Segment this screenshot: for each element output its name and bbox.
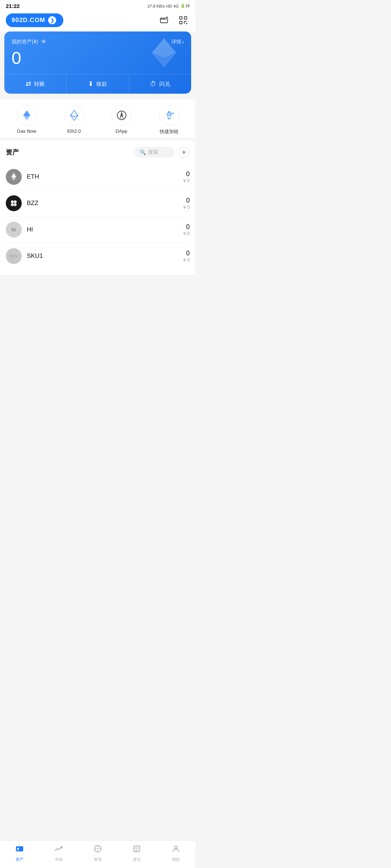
- swap-button[interactable]: ⏱ 闪兑: [129, 74, 191, 94]
- eth-name: ETH: [27, 173, 183, 180]
- svg-point-27: [14, 200, 17, 203]
- addchain-label: 快捷加链: [160, 128, 178, 135]
- hi-icon: hi: [6, 222, 22, 238]
- quick-item-dapp[interactable]: DApp: [112, 105, 132, 135]
- dapp-icon-circle: [112, 105, 132, 125]
- eth-amount: 0: [183, 170, 190, 178]
- wallet-add-icon[interactable]: [158, 14, 171, 27]
- receive-icon: ⬇: [88, 80, 93, 88]
- svg-point-29: [14, 203, 17, 206]
- hi-name: HI: [27, 226, 183, 233]
- assets-title: 资产: [6, 148, 19, 157]
- eth-watermark: [148, 37, 180, 71]
- sku1-icon: SKU: [6, 248, 22, 264]
- add-asset-button[interactable]: +: [178, 146, 190, 158]
- signal-indicator: 4G: [173, 4, 179, 8]
- swap-icon: ⏱: [150, 80, 156, 88]
- quick-item-gasnow[interactable]: Gas Now: [17, 105, 37, 135]
- eth-balance: 0 ¥ 0: [183, 170, 190, 183]
- gasnow-label: Gas Now: [17, 128, 36, 134]
- eth2-label: Eth2.0: [67, 128, 81, 134]
- top-nav: 902D.COM ❯: [0, 10, 196, 31]
- svg-text:EVM: EVM: [168, 112, 174, 115]
- addchain-icon-circle: EVM: [159, 105, 179, 125]
- add-icon: +: [182, 148, 186, 157]
- action-buttons: ⇄ 转账 ⬇ 收款 ⏱ 闪兑: [4, 74, 191, 94]
- hd-indicator: HD: [166, 4, 172, 8]
- receive-label: 收款: [96, 81, 107, 88]
- asset-item-hi[interactable]: hi HI 0 ¥ 0: [6, 217, 190, 243]
- transfer-icon: ⇄: [26, 80, 31, 88]
- svg-point-26: [11, 200, 14, 203]
- search-icon: 🔍: [140, 149, 146, 155]
- battery-indicator: 🔋18: [180, 4, 190, 8]
- svg-point-20: [121, 115, 122, 116]
- transfer-button[interactable]: ⇄ 转账: [4, 74, 67, 94]
- swap-label: 闪兑: [159, 81, 170, 88]
- bzz-cny: ¥ 0: [183, 204, 190, 210]
- assets-section: 资产 🔍 搜索 + ETH 0 ¥ 0: [0, 141, 196, 275]
- eth-icon: [6, 169, 22, 185]
- brand-name: 902D.COM: [12, 17, 45, 24]
- sku1-name: SKU1: [27, 252, 183, 260]
- scan-icon[interactable]: [177, 14, 190, 27]
- asset-card: 我的资产(¥) 👁 详情 › 0 ⇄ 转账 ⬇ 收款 ⏱ 闪兑: [4, 31, 191, 94]
- receive-button[interactable]: ⬇ 收款: [67, 74, 129, 94]
- svg-rect-6: [180, 21, 182, 24]
- status-bar: 21:22 27.8 KB/s HD 4G 🔋18: [0, 0, 196, 10]
- brand-button[interactable]: 902D.COM ❯: [6, 13, 63, 27]
- svg-rect-5: [184, 17, 187, 19]
- gasnow-icon-circle: [17, 105, 37, 125]
- eye-icon[interactable]: 👁: [41, 39, 47, 45]
- svg-marker-24: [11, 173, 16, 178]
- svg-rect-4: [180, 17, 182, 19]
- sku1-balance: 0 ¥ 0: [183, 250, 190, 263]
- asset-label-text: 我的资产(¥): [12, 39, 38, 45]
- sku1-amount: 0: [183, 250, 190, 257]
- bzz-icon: [6, 195, 22, 211]
- status-time: 21:22: [6, 3, 20, 9]
- assets-search-area: 🔍 搜索 +: [135, 146, 190, 158]
- hi-cny: ¥ 0: [183, 231, 190, 236]
- eth2-icon-circle: [64, 105, 84, 125]
- brand-arrow-icon: ❯: [48, 16, 56, 24]
- status-icons: 27.8 KB/s HD 4G 🔋18: [147, 4, 190, 8]
- quick-item-addchain[interactable]: EVM 快捷加链: [159, 105, 179, 135]
- asset-label: 我的资产(¥) 👁: [12, 39, 47, 45]
- search-placeholder: 搜索: [148, 149, 158, 156]
- asset-item-sku1[interactable]: SKU SKU1 0 ¥ 0: [6, 243, 190, 269]
- dapp-label: DApp: [115, 128, 127, 134]
- asset-item-bzz[interactable]: BZZ 0 ¥ 0: [6, 190, 190, 217]
- sku1-cny: ¥ 0: [183, 257, 190, 263]
- assets-header: 资产 🔍 搜索 +: [6, 146, 190, 158]
- asset-item-eth[interactable]: ETH 0 ¥ 0: [6, 164, 190, 190]
- nav-icons: [158, 14, 190, 27]
- eth-cny: ¥ 0: [183, 178, 190, 183]
- bzz-amount: 0: [183, 197, 190, 204]
- search-box[interactable]: 🔍 搜索: [135, 147, 175, 158]
- transfer-label: 转账: [34, 81, 45, 88]
- bzz-balance: 0 ¥ 0: [183, 197, 190, 210]
- quick-menu: Gas Now Eth2.0 DApp EVM: [0, 99, 196, 138]
- svg-marker-16: [71, 115, 78, 120]
- hi-balance: 0 ¥ 0: [183, 223, 190, 236]
- hi-amount: 0: [183, 223, 190, 231]
- bzz-name: BZZ: [27, 200, 183, 207]
- svg-point-28: [11, 203, 14, 206]
- speed-indicator: 27.8 KB/s: [147, 4, 165, 8]
- quick-item-eth2[interactable]: Eth2.0: [64, 105, 84, 135]
